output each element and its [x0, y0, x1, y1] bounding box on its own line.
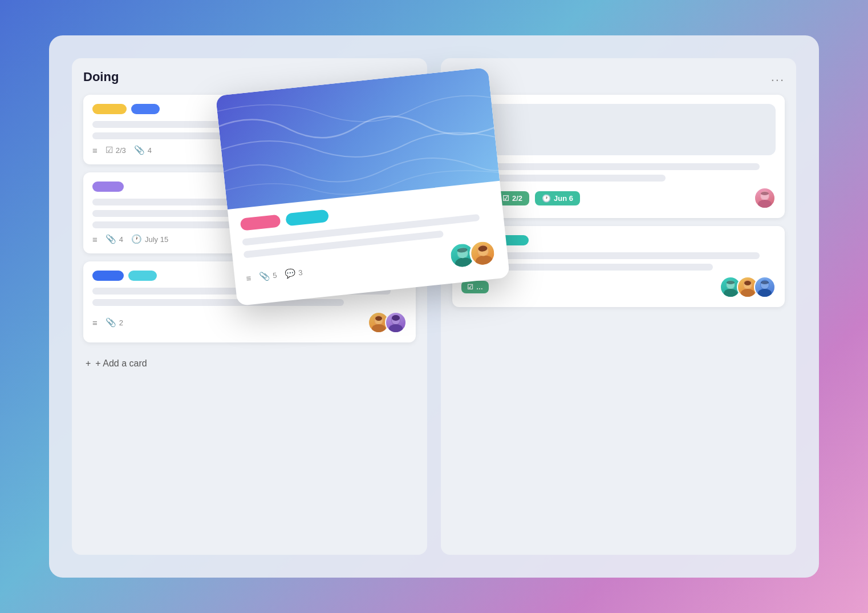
svg-point-17	[741, 289, 755, 297]
add-card-button[interactable]: + + Add a card	[83, 353, 416, 374]
tag-yellow	[92, 104, 127, 114]
svg-point-13	[724, 289, 737, 297]
done-badge-clock: 🕐 Jun 6	[535, 191, 580, 205]
done-card-1-line-1	[461, 163, 760, 170]
float-tag-cyan	[285, 209, 329, 227]
svg-point-23	[761, 281, 769, 284]
done-menu-button[interactable]: ...	[771, 70, 785, 84]
avatar-blue	[754, 276, 776, 298]
done-card-2-avatars	[720, 276, 776, 298]
svg-point-11	[761, 192, 769, 195]
svg-point-7	[392, 315, 400, 321]
float-tag-pink	[240, 214, 281, 231]
tag-blue	[131, 104, 160, 114]
list-icon-3: ≡	[92, 318, 98, 328]
doing-title: Doing	[83, 70, 119, 84]
list-icon: ≡	[92, 146, 98, 155]
done-card-1-image-area	[461, 104, 776, 155]
avatar-pink	[754, 187, 776, 209]
float-clip-icon: 📎5	[258, 270, 277, 282]
card-3-avatars	[368, 312, 407, 333]
tag-cyan	[128, 271, 157, 281]
svg-point-19	[744, 281, 751, 285]
clock-icon: 🕐July 15	[131, 234, 168, 244]
tag-blue-dark	[92, 271, 124, 281]
svg-point-3	[375, 316, 382, 321]
float-comment-icon: 💬3	[284, 267, 303, 279]
done-card-1-avatars	[754, 187, 776, 209]
done-card2-check-value: …	[476, 283, 483, 291]
floating-card[interactable]: ≡ 📎5 💬3	[216, 67, 510, 306]
done-card-1-footer: ≡ 📎1 ☑ 2/2 🕐 Jun 6	[461, 187, 776, 209]
avatar-purple	[385, 312, 407, 333]
svg-point-25	[455, 257, 473, 269]
card-3-footer: ≡ 📎2	[92, 312, 407, 333]
floating-card-avatars	[448, 239, 497, 269]
svg-point-21	[758, 289, 772, 297]
clip-icon-2: 📎4	[106, 234, 123, 244]
done-card2-check-icon: ☑	[467, 283, 473, 291]
clip-icon: 📎4	[134, 145, 152, 155]
add-card-label: + Add a card	[95, 358, 147, 369]
add-card-plus: +	[86, 358, 91, 369]
svg-point-29	[475, 255, 493, 267]
done-clock-icon: 🕐	[542, 194, 551, 203]
card-3-line-2	[92, 299, 344, 306]
done-column-header: Done ...	[452, 70, 785, 84]
svg-point-9	[758, 200, 772, 208]
float-list-icon: ≡	[246, 273, 252, 283]
done-card-1[interactable]: ≡ 📎1 ☑ 2/2 🕐 Jun 6	[452, 95, 785, 218]
july-15-date: July 15	[145, 235, 168, 244]
done-card2-badge: ☑ …	[461, 281, 489, 293]
done-check-icon: ☑	[502, 194, 509, 203]
done-card-2-footer: ☑ …	[461, 276, 776, 298]
tag-purple	[92, 182, 124, 192]
clip-icon-3: 📎2	[106, 317, 123, 328]
check-icon: ☑2/3	[106, 145, 126, 155]
svg-point-5	[389, 324, 403, 332]
done-check-value: 2/2	[512, 194, 522, 203]
svg-point-15	[727, 281, 735, 284]
svg-point-1	[372, 324, 386, 332]
done-card-2-tags	[461, 235, 776, 245]
list-icon-2: ≡	[92, 235, 98, 244]
board-container: Doing ... ≡ ☑2/3 📎4	[49, 35, 819, 578]
done-clock-value: Jun 6	[554, 194, 573, 203]
